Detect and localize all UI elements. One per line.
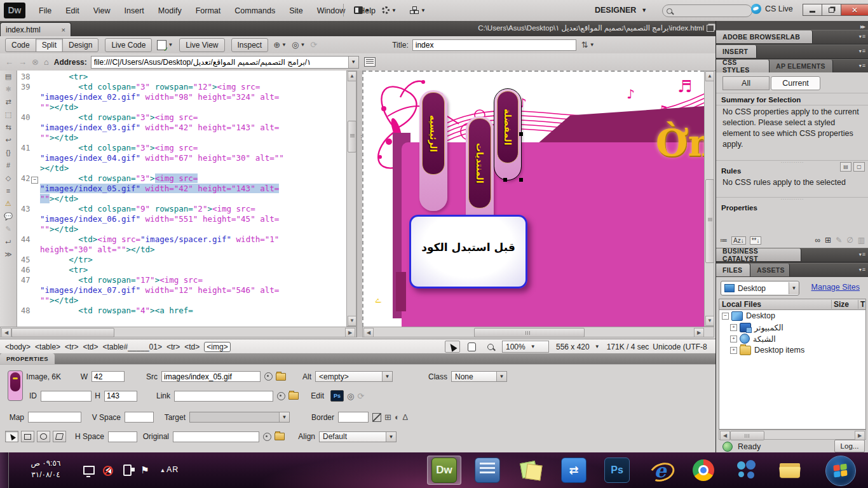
browse-folder-icon[interactable] (276, 373, 286, 381)
taskbar-gadgets-button[interactable] (470, 456, 505, 485)
insert-panel-bar[interactable]: INSERT ≡ (716, 44, 868, 59)
window-size-select[interactable]: 556 x 420▼ (553, 341, 603, 352)
tag-selector-item[interactable]: <tr> (166, 342, 180, 351)
recent-snippets-icon[interactable]: ≫ (4, 251, 12, 258)
scrollbar-thumb[interactable] (474, 328, 585, 337)
panel-menu-icon[interactable]: ≡ (859, 62, 865, 69)
log-button[interactable]: Log... (834, 440, 865, 452)
taskbar-messenger-button[interactable] (729, 456, 764, 485)
rectangle-hotspot-tool[interactable] (21, 431, 34, 442)
nav-button-home[interactable]: الرئيسيه (419, 90, 447, 211)
restore-button[interactable] (822, 4, 841, 16)
extend-dreamweaver-button[interactable]: ▼ (379, 4, 400, 17)
scrollbar-thumb[interactable] (11, 328, 114, 337)
class-select[interactable]: None▼ (451, 371, 507, 382)
apply-comment-icon[interactable]: 💬 (4, 213, 13, 220)
document-tab[interactable]: index.html × (0, 22, 71, 36)
scroll-right-icon[interactable]: ▶ (855, 431, 865, 440)
power-tray-icon[interactable] (119, 463, 135, 478)
browse-folder-icon[interactable] (275, 433, 285, 440)
code-line[interactable]: 40 <td rowspan="3"><img src= "images/ind… (17, 112, 346, 143)
home-icon[interactable]: ⌂ (44, 57, 49, 67)
address-dropdown-icon[interactable]: ▼ (348, 57, 358, 68)
remove-comment-icon[interactable]: ✎ (5, 226, 11, 233)
network-tray-icon[interactable] (81, 463, 97, 478)
attach-stylesheet-icon[interactable]: ∞ (815, 236, 821, 245)
menu-modify[interactable]: Modify (153, 4, 187, 18)
cs-live-button[interactable]: CS Live (751, 4, 793, 14)
border-input[interactable] (338, 412, 369, 423)
show-desktop-button[interactable] (0, 452, 9, 488)
link-input[interactable] (174, 391, 273, 402)
tag-selector-item[interactable]: <img> (204, 342, 230, 352)
scroll-left-icon[interactable]: ◀ (720, 431, 730, 440)
select-tool-button[interactable] (445, 341, 460, 353)
scroll-down-icon[interactable]: ▼ (705, 316, 714, 326)
expand-all-icon[interactable]: ⬚ (5, 111, 11, 118)
scroll-left-icon[interactable]: ◀ (363, 328, 374, 337)
taskbar-chrome-button[interactable] (686, 456, 721, 485)
hand-tool-button[interactable] (464, 341, 479, 353)
menu-view[interactable]: View (88, 4, 116, 18)
tree-expander-icon[interactable]: + (730, 347, 737, 354)
local-files-column[interactable]: Local Files (719, 300, 831, 309)
zoom-level-select[interactable]: 100%▼ (502, 341, 549, 353)
width-input[interactable] (92, 371, 125, 382)
tag-selector-item[interactable]: <tr> (65, 342, 78, 351)
show-set-properties-icon[interactable]: **↓ (750, 236, 762, 245)
syntax-color-icon[interactable]: ◇ (6, 175, 11, 182)
business-catalyst-panel-bar[interactable]: BUSINESS CATALYST ≡ (716, 248, 868, 262)
design-horizontal-scrollbar[interactable]: ◀ ▶ (362, 327, 714, 337)
src-input[interactable] (161, 371, 261, 382)
menu-format[interactable]: Format (190, 4, 227, 18)
code-line[interactable]: 43 <td colspan="9" rowspan="2"><img src=… (17, 204, 346, 234)
stop-icon[interactable]: ⊗ (32, 57, 39, 67)
code-line[interactable]: 44 <td><img src="images/spacer.gif" widt… (17, 234, 346, 255)
panel-menu-icon[interactable]: ≡ (859, 251, 865, 257)
scroll-right-icon[interactable]: ▶ (345, 328, 355, 337)
files-column-header[interactable]: Local Files Size T (719, 299, 866, 310)
show-list-icon[interactable]: ▢ (853, 162, 865, 172)
vspace-input[interactable] (125, 412, 154, 423)
nav-button-favorites-selected[interactable]: المفضلة (494, 89, 521, 180)
taskbar-dreamweaver-button[interactable]: Dw (427, 456, 461, 485)
scrollbar-thumb[interactable] (705, 179, 714, 263)
scroll-left-icon[interactable]: ◀ (1, 328, 11, 337)
code-line[interactable]: 39 <td colspan="3" rowspan="12"><img src… (17, 82, 346, 112)
collapse-selection-icon[interactable]: ⇄ (5, 98, 11, 105)
code-view-button[interactable]: Code (5, 38, 36, 52)
tree-expander-icon[interactable]: + (730, 324, 737, 331)
menu-window[interactable]: Window (311, 4, 351, 18)
files-horizontal-scrollbar[interactable]: ◀ ▶ (719, 430, 866, 440)
site-select[interactable]: Desktop ▼ (721, 281, 799, 295)
tree-expander-icon[interactable]: − (722, 313, 729, 320)
code-line[interactable]: 38 <tr> (17, 72, 346, 82)
wrap-tag-icon[interactable]: ⮠ (6, 238, 11, 245)
panel-menu-icon[interactable]: ≡ (859, 266, 865, 273)
design-view[interactable]: ♪♬♪ ♫♪ ♬♪ ے الرئيسيه المنتديات (362, 71, 704, 327)
panel-menu-icon[interactable]: ≡ (859, 33, 865, 39)
tag-selector-item[interactable]: <td> (83, 342, 98, 351)
auto-indent-icon[interactable]: ≡ (6, 187, 10, 194)
live-code-button[interactable]: Live Code (105, 38, 152, 52)
file-management-button[interactable]: ⇅▼ (581, 40, 595, 50)
scroll-down-icon[interactable]: ▼ (348, 316, 356, 326)
point-to-file-icon[interactable] (263, 433, 271, 441)
code-horizontal-scrollbar[interactable]: ◀ ▶ (0, 327, 356, 337)
panel-menu-icon[interactable]: ≡ (859, 48, 865, 54)
scrollbar-thumb[interactable] (730, 431, 764, 440)
design-vertical-scrollbar[interactable]: ▲ ▼ (704, 71, 714, 327)
workspace-switcher[interactable]: DESIGNER▼ (590, 3, 652, 17)
menu-edit[interactable]: Edit (60, 4, 85, 18)
collapse-tag-icon[interactable]: ✱ (5, 86, 11, 93)
align-select[interactable]: Default▼ (319, 431, 397, 442)
show-category-view-icon[interactable]: ≔ (720, 236, 728, 245)
close-button[interactable]: ✕ (841, 4, 868, 16)
refresh-design-view-button[interactable]: ⟳ (310, 40, 317, 50)
type-column[interactable]: T (858, 300, 865, 309)
preview-in-browser-button[interactable]: ⊕▼ (273, 40, 287, 50)
validate-markup-button[interactable]: ◎▼ (292, 40, 305, 50)
search-input[interactable] (662, 4, 752, 17)
crop-icon[interactable] (372, 413, 381, 422)
resample-icon[interactable]: ⊞ (384, 412, 391, 422)
